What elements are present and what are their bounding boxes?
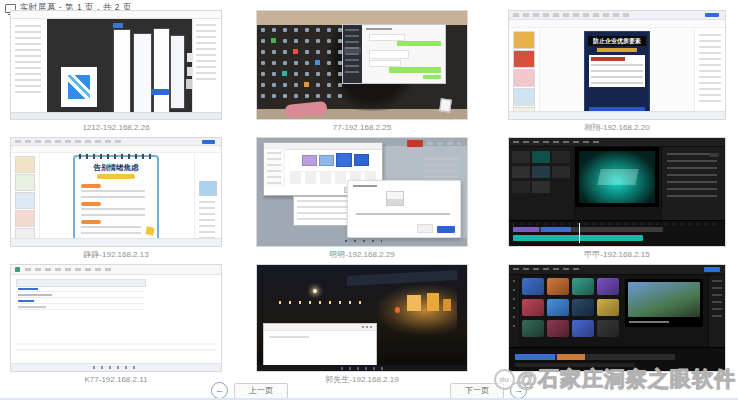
notebook-poster: 告别情绪焦虑: [73, 155, 159, 245]
screen-cell-7: K77-192.168.2.11: [10, 264, 222, 385]
panel-lines: [15, 25, 41, 95]
color-swatch: [199, 181, 217, 196]
right-rail-dark: [708, 275, 725, 347]
icon-dot-blue: [315, 60, 320, 65]
poster-title-bar: 防止企业优质要素: [588, 36, 646, 46]
poster-yellow-bar: [597, 48, 637, 52]
screen-thumbnail-1[interactable]: [10, 10, 222, 120]
grey-cell-text: [18, 294, 52, 296]
next-arrow-button[interactable]: →: [510, 382, 527, 399]
prev-page-button[interactable]: 上一页: [234, 383, 288, 399]
template-sidebar: [11, 153, 40, 239]
rail-lines: [712, 280, 722, 320]
taskbar-icons: [91, 366, 141, 369]
bubble-right-2: [389, 67, 441, 73]
media-tile: [552, 166, 570, 178]
media-tile: [532, 181, 550, 193]
faint-row-block: [16, 343, 216, 355]
screen-thumbnail-9[interactable]: [508, 264, 726, 372]
timeline-track-2: [515, 363, 635, 367]
dark-canvas: [47, 19, 193, 113]
modal-cancel-button: [417, 224, 433, 233]
clip-blue: [515, 354, 555, 360]
clip-track-1: [513, 227, 663, 232]
window-titlebar: [264, 324, 376, 331]
template-tile: [572, 278, 594, 295]
template-tile: [522, 299, 544, 316]
dropdown-list: [293, 196, 353, 226]
screen-thumbnail-4[interactable]: 告别情绪焦虑: [10, 137, 222, 247]
taskbar-icons: [339, 367, 385, 370]
blue-logo: [68, 75, 90, 99]
preview-slab: [597, 169, 638, 185]
template-tile: [547, 299, 569, 316]
menu-dashes: [513, 141, 603, 143]
page-dots: [342, 239, 382, 243]
editor-topbar: [509, 138, 725, 147]
section-pill-2: [81, 202, 101, 206]
timeline-ruler: [513, 223, 721, 225]
share-button: [705, 13, 719, 17]
screen-cell-5: 明明-192.168.2.29: [256, 137, 468, 260]
screen-thumbnail-6[interactable]: [508, 137, 726, 247]
editor-toolbar: [11, 146, 221, 153]
icon-dot-teal: [282, 71, 287, 76]
prev-arrow-button[interactable]: ←: [211, 382, 228, 399]
lit-window: [443, 299, 451, 311]
template-grid: [522, 278, 620, 340]
modal-title-line: [353, 185, 377, 187]
screen-caption: 甲甲-192.168.2.15: [508, 250, 726, 260]
screen-cell-6: 甲甲-192.168.2.15: [508, 137, 726, 260]
export-button: [704, 267, 720, 272]
template-card: [513, 31, 535, 49]
dialog-nav: [264, 149, 285, 187]
window-content-line: [269, 336, 309, 338]
screen-cell-2: 77-192.168.2.25: [256, 10, 468, 133]
clip-blue: [541, 227, 571, 232]
section-text-2: [81, 208, 145, 216]
editor-topbar: [509, 265, 725, 275]
window-controls: [362, 326, 374, 328]
tab-strip: [15, 140, 125, 143]
table-row: [16, 304, 144, 310]
timeline-track: [515, 354, 675, 360]
screen-thumbnail-2[interactable]: [256, 10, 468, 120]
template-tile: [547, 278, 569, 295]
template-card: [15, 174, 35, 191]
teal-track: [513, 235, 643, 241]
rail-dots: [512, 279, 516, 329]
media-tile: [512, 151, 530, 163]
screen-thumbnail-3[interactable]: 防止企业优质要素: [508, 10, 726, 120]
template-card: [15, 192, 35, 209]
toggle-chip: [709, 153, 719, 157]
prop-lines: [667, 153, 717, 201]
taskbar: [11, 238, 221, 246]
preview-image: [628, 282, 700, 317]
playhead: [579, 223, 580, 243]
template-tile: [597, 299, 619, 316]
screen-caption: 明明-192.168.2.29: [256, 250, 468, 260]
chat-contact-list: [343, 25, 362, 83]
poster-title: 防止企业优质要素: [593, 38, 641, 44]
string-lights: [277, 301, 367, 304]
props-panel: [694, 28, 725, 112]
panel-lines: [196, 24, 216, 84]
contact-rows: [345, 29, 359, 77]
screen-thumbnail-5[interactable]: [256, 137, 468, 247]
app-window: 实时屏幕 - 第 1 页，共 2 页: [0, 0, 738, 400]
screen-thumbnail-8[interactable]: [256, 264, 468, 372]
media-tile: [552, 151, 570, 163]
clip-purple: [513, 227, 539, 232]
top-menu-dashes: [427, 142, 461, 145]
next-page-button[interactable]: 下一页: [450, 383, 504, 399]
media-panel: [509, 147, 573, 220]
chat-window: [342, 24, 446, 84]
lit-window: [407, 295, 421, 311]
taskbar-dark: [257, 365, 467, 371]
screen-thumbnail-7[interactable]: [10, 264, 222, 372]
template-tile: [522, 278, 544, 295]
spiral-binding: [79, 154, 153, 159]
browser-tabs: [11, 138, 221, 146]
blue-cell-text: [18, 288, 38, 290]
frame-1: [113, 29, 131, 115]
